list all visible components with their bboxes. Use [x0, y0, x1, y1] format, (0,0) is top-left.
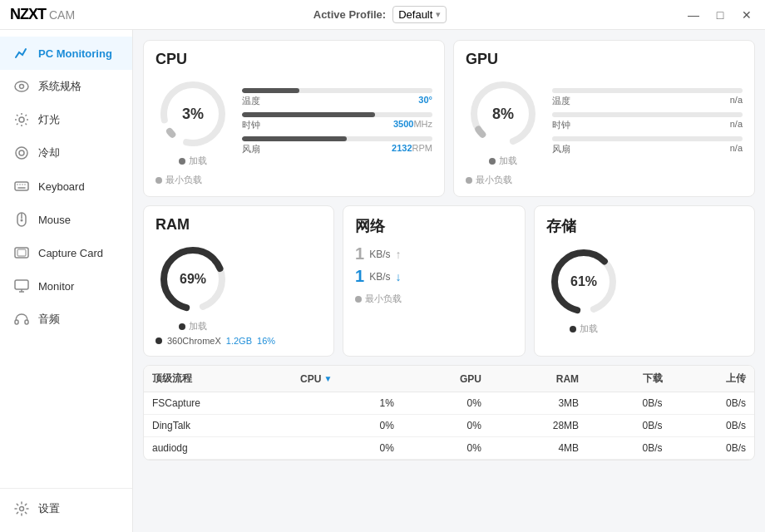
cpu-card-title: CPU [155, 51, 432, 68]
process-table-container: 顶级流程 CPU ▼ GPU RAM [143, 365, 755, 461]
svg-rect-13 [15, 182, 28, 190]
network-card-body: 1 KB/s ↑ 1 KB/s ↓ [355, 244, 513, 286]
sidebar-label-system-specs: 系统规格 [38, 79, 81, 94]
logo-nzxt: NZXT [10, 6, 46, 23]
chevron-down-icon: ▾ [436, 9, 441, 20]
storage-card: 存储 61% 加载 [534, 205, 755, 357]
col-header-download: 下载 [587, 366, 670, 392]
sidebar-item-mouse[interactable]: Mouse [0, 203, 132, 236]
headphones-icon [13, 311, 30, 328]
cell-ram: 3MB [490, 392, 587, 415]
close-button[interactable]: ✕ [738, 8, 755, 22]
minimize-button[interactable]: — [685, 8, 702, 22]
upload-speed-row: 1 KB/s ↑ [355, 244, 401, 264]
sidebar-label-cooling: 冷却 [38, 145, 60, 160]
gpu-card: GPU 8% 加载 [453, 40, 755, 197]
app-logo: NZXT CAM [10, 6, 75, 23]
cpu-gauge: 3% [155, 76, 230, 151]
sidebar-label-lighting: 灯光 [38, 112, 60, 127]
gpu-temp-value: n/a [730, 95, 743, 107]
svg-line-8 [26, 124, 27, 126]
sidebar-item-system-specs[interactable]: 系统规格 [0, 70, 132, 103]
sidebar-item-lighting[interactable]: 灯光 [0, 103, 132, 136]
cell-download: 0B/s [587, 392, 670, 415]
storage-card-body: 61% 加载 [546, 244, 743, 335]
ram-app-dot [155, 337, 162, 344]
sidebar-label-capture-card: Capture Card [38, 247, 103, 259]
table-row: DingTalk 0% 0% 28MB 0B/s 0B/s [144, 415, 754, 437]
sidebar-label-settings: 设置 [38, 501, 60, 516]
ram-card: RAM 69% 加载 [143, 205, 334, 357]
ram-load-label: 加载 [179, 320, 207, 332]
sidebar-label-pc-monitoring: PC Monitoring [38, 47, 112, 60]
maximize-button[interactable]: □ [712, 8, 728, 22]
sidebar-item-monitor[interactable]: Monitor [0, 269, 132, 303]
chart-icon [13, 45, 30, 62]
storage-gauge: 61% [546, 244, 621, 319]
svg-point-0 [15, 81, 28, 91]
ram-load-text: 加载 [189, 320, 207, 332]
sidebar: PC Monitoring 系统规格 [0, 30, 133, 532]
process-table: 顶级流程 CPU ▼ GPU RAM [144, 366, 754, 460]
cpu-min-load: 最小负载 [155, 174, 432, 186]
gpu-clock-label: 时钟 [552, 119, 570, 131]
upload-speed-unit: KB/s [369, 249, 390, 260]
download-arrow-icon: ↓ [395, 270, 401, 283]
storage-load-label: 加载 [570, 323, 598, 335]
upload-speed-value: 1 [355, 244, 364, 264]
cpu-card-body: 3% 加载 温度 30° [155, 76, 432, 167]
cell-gpu: 0% [402, 392, 490, 415]
svg-point-11 [16, 147, 27, 159]
gpu-min-label: 最小负载 [476, 174, 512, 186]
ram-gauge: 69% [155, 242, 230, 317]
profile-dropdown[interactable]: Default ▾ [392, 6, 447, 23]
network-card: 网络 1 KB/s ↑ 1 KB/s ↓ [343, 205, 526, 357]
gpu-temp-stat: 温度 n/a [552, 88, 743, 107]
sidebar-item-keyboard[interactable]: Keyboard [0, 170, 132, 203]
network-card-title: 网络 [355, 216, 513, 236]
settings-icon [13, 500, 30, 517]
ram-app-name: 360ChromeX [167, 336, 221, 346]
cell-ram: 4MB [490, 437, 587, 460]
cell-ram: 28MB [490, 415, 587, 437]
cell-upload: 0B/s [671, 437, 754, 460]
ram-app-size: 1.2GB [226, 336, 252, 346]
network-speeds: 1 KB/s ↑ 1 KB/s ↓ [355, 244, 513, 286]
gpu-load-dot [489, 158, 496, 165]
gpu-temp-label: 温度 [552, 95, 570, 107]
gpu-min-load: 最小负载 [466, 174, 743, 186]
col-header-upload: 上传 [671, 366, 754, 392]
network-min-label: 最小负载 [365, 293, 402, 305]
sidebar-item-cooling[interactable]: 冷却 [0, 136, 132, 170]
cpu-clock-value: 3500MHz [393, 119, 432, 131]
col-header-cpu[interactable]: CPU ▼ [292, 366, 402, 392]
col-header-ram: RAM [490, 366, 587, 392]
gpu-gauge: 8% [466, 76, 540, 151]
svg-rect-27 [15, 320, 18, 324]
sidebar-label-mouse: Mouse [38, 214, 71, 226]
download-speed-row: 1 KB/s ↓ [355, 267, 401, 286]
sidebar-item-settings[interactable]: 设置 [0, 492, 132, 525]
main-content: CPU 3% 加载 [133, 30, 765, 532]
storage-card-title: 存储 [546, 216, 743, 236]
cell-cpu: 1% [292, 392, 402, 415]
table-row: FSCapture 1% 0% 3MB 0B/s 0B/s [144, 392, 754, 415]
cell-upload: 0B/s [671, 392, 754, 415]
ram-card-body: 69% 加载 [155, 242, 322, 332]
svg-point-21 [21, 219, 23, 222]
active-profile-label: Active Profile: [313, 8, 386, 21]
gpu-load-text: 加载 [499, 155, 517, 167]
sidebar-item-audio[interactable]: 音频 [0, 303, 132, 336]
svg-line-9 [26, 115, 27, 116]
svg-rect-23 [17, 249, 26, 256]
cpu-clock-label: 时钟 [242, 119, 260, 131]
svg-line-7 [17, 115, 18, 116]
sidebar-item-pc-monitoring[interactable]: PC Monitoring [0, 37, 132, 70]
sidebar-item-capture-card[interactable]: Capture Card [0, 236, 132, 269]
gpu-min-dot [466, 177, 472, 184]
cpu-min-label: 最小负载 [165, 174, 202, 186]
storage-load-dot [570, 326, 576, 332]
cooling-icon [13, 145, 30, 161]
sidebar-label-audio: 音频 [38, 312, 60, 327]
keyboard-icon [13, 178, 30, 195]
